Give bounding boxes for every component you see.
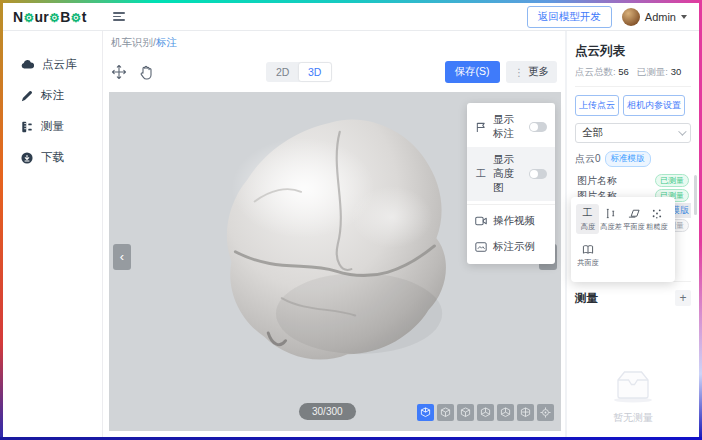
measure-section-header: 测量 + (575, 281, 691, 306)
sidebar-item-label: 标注 (41, 88, 64, 103)
sidebar-collapse-icon[interactable] (113, 10, 125, 23)
tool-height[interactable]: 工 高度 (576, 204, 599, 234)
sidebar-item-download[interactable]: 下载 (3, 142, 102, 173)
flag-icon (475, 122, 487, 133)
flatness-icon (628, 208, 640, 218)
breadcrumb: 机车识别/标注 (103, 31, 565, 52)
mode-3d-button[interactable]: 3D (299, 63, 331, 81)
sidebar-item-measure[interactable]: 测量 (3, 111, 102, 142)
main-area: 机车识别/标注 2D 3D 保存(S) ⋮更多 显示标注 (103, 31, 565, 437)
template-tag: 标准模版 (605, 151, 651, 167)
back-to-model-dev-button[interactable]: 返回模型开发 (527, 6, 612, 28)
logo-text: B (60, 9, 70, 25)
add-measure-button[interactable]: + (675, 290, 691, 306)
app-window: N⚙ur⚙B⚙t 返回模型开发 Admin 点云库 标注 (3, 3, 699, 437)
roughness-icon (651, 208, 663, 219)
filter-select[interactable]: 全部 (575, 123, 691, 143)
tooth-3d-model[interactable] (187, 108, 477, 380)
tool-label: 高度 (580, 222, 594, 232)
pointcloud-stats: 点云总数: 56 已测量: 30 (575, 66, 691, 87)
show-annotation-toggle[interactable] (529, 122, 547, 132)
sidebar-item-annotate[interactable]: 标注 (3, 80, 102, 111)
locate-center-button[interactable] (537, 404, 554, 421)
tool-label: 平面度 (623, 222, 645, 232)
download-icon (21, 152, 33, 164)
chevron-down-icon (678, 127, 686, 135)
list-scrollbar[interactable] (694, 175, 697, 215)
mode-2d-button[interactable]: 2D (267, 63, 299, 81)
menu-item-show-annotation[interactable]: 显示标注 (467, 107, 555, 147)
tool-roughness[interactable]: 粗糙度 (645, 204, 668, 234)
view-mode-toggle: 2D 3D (266, 62, 332, 82)
sidebar-item-label: 测量 (41, 119, 64, 134)
coplanarity-icon (582, 244, 594, 255)
hand-drag-icon[interactable] (139, 65, 153, 80)
pointcloud-group-row[interactable]: 点云0 标准模版 (575, 151, 691, 167)
camera-intrinsics-button[interactable]: 相机内参设置 (623, 95, 685, 116)
gear-icon: ⚙ (23, 11, 34, 25)
user-menu[interactable]: Admin (622, 8, 687, 26)
video-icon (475, 216, 487, 226)
sidebar-item-label: 点云库 (42, 57, 77, 72)
view-cube-button-right[interactable] (497, 404, 514, 421)
empty-state-text: 暂无测量 (567, 411, 699, 425)
view-cube-button-top[interactable] (517, 404, 534, 421)
tool-label: 高度差 (600, 222, 622, 232)
view-cube-button-left[interactable] (477, 404, 494, 421)
menu-divider (467, 204, 555, 205)
chevron-down-icon (681, 15, 687, 19)
frame-edge-left (0, 0, 3, 440)
menu-item-label: 标注示例 (493, 240, 547, 254)
measure-title: 测量 (575, 291, 598, 306)
gear-icon: ⚙ (71, 11, 82, 25)
show-heightmap-toggle[interactable] (529, 169, 547, 179)
logo-text: N (13, 9, 23, 25)
save-button[interactable]: 保存(S) (445, 61, 500, 83)
right-panel: 点云列表 点云总数: 56 已测量: 30 上传点云 相机内参设置 全部 点云0… (567, 31, 699, 437)
canvas-toolbar: 2D 3D 保存(S) ⋮更多 (103, 52, 565, 92)
cloud-icon (21, 59, 34, 70)
menu-item-show-heightmap[interactable]: 工 显示高度图 (467, 147, 555, 201)
ruler-icon (21, 121, 33, 133)
logo-text: ur (34, 9, 49, 25)
stat-measured-value: 30 (671, 66, 682, 77)
app-logo: N⚙ur⚙B⚙t (3, 9, 103, 25)
user-name: Admin (645, 11, 676, 23)
menu-item-annotation-example[interactable]: 标注示例 (467, 234, 555, 260)
stat-total-label: 点云总数: (575, 66, 616, 77)
frame-edge-top (0, 0, 702, 3)
measure-tools-popup: 工 高度 高度差 平面度 粗糙度 共面度 (571, 197, 675, 282)
tool-coplanarity[interactable]: 共面度 (576, 240, 599, 270)
menu-item-label: 操作视频 (493, 214, 547, 228)
logo-text: t (82, 9, 87, 25)
prev-image-button[interactable]: ‹ (113, 244, 131, 270)
pan-move-icon[interactable] (111, 64, 127, 80)
image-row[interactable]: 图片名称 已测量 (575, 173, 691, 188)
breadcrumb-parent[interactable]: 机车识别 (111, 36, 153, 48)
pointcloud-list-title: 点云列表 (575, 43, 691, 60)
example-frame-icon (475, 242, 487, 252)
breadcrumb-current: 标注 (156, 36, 177, 48)
more-dropdown-menu: 显示标注 工 显示高度图 操作视频 标注示例 (467, 103, 555, 264)
more-button[interactable]: ⋮更多 (506, 61, 558, 83)
tool-label: 粗糙度 (646, 222, 668, 232)
menu-item-label: 显示标注 (493, 113, 523, 141)
tool-height-difference[interactable]: 高度差 (599, 204, 622, 234)
more-label: 更多 (528, 65, 549, 79)
sidebar: 点云库 标注 测量 下载 (3, 31, 103, 437)
measured-badge: 已测量 (655, 174, 689, 187)
view-cube-button-back[interactable] (457, 404, 474, 421)
image-counter: 30/300 (299, 403, 356, 420)
view-cube-button-iso[interactable] (417, 404, 434, 421)
menu-item-operation-video[interactable]: 操作视频 (467, 208, 555, 234)
view-orientation-controls (417, 404, 554, 421)
tool-flatness[interactable]: 平面度 (622, 204, 645, 234)
tool-label: 共面度 (577, 258, 599, 268)
height-difference-icon (605, 208, 616, 219)
sidebar-item-pointcloud-library[interactable]: 点云库 (3, 49, 102, 80)
stat-total-value: 56 (618, 66, 629, 77)
view-cube-button-front[interactable] (437, 404, 454, 421)
avatar (622, 8, 640, 26)
upload-pointcloud-button[interactable]: 上传点云 (575, 95, 619, 116)
filter-selected-value: 全部 (582, 126, 603, 140)
